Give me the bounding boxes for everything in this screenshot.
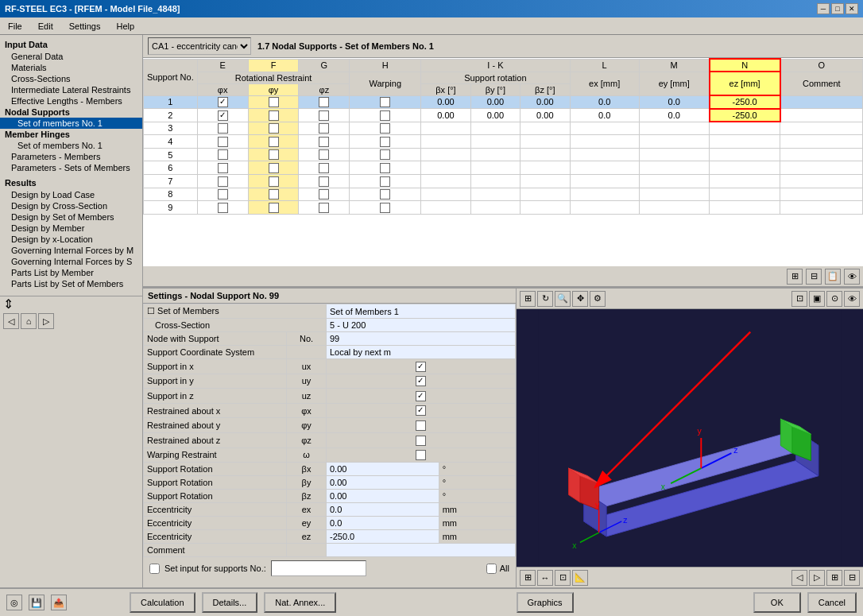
graphics-canvas[interactable]: z y x xyxy=(517,309,863,567)
set-input-field[interactable] xyxy=(271,560,366,576)
row-no: 8 xyxy=(144,188,198,201)
sidebar-item-parameters-sets[interactable]: Parameters - Sets of Members xyxy=(0,162,142,173)
footer-icon-2[interactable]: 💾 xyxy=(29,595,45,610)
restrained-x-checkbox[interactable] xyxy=(416,405,426,416)
row-phi-x xyxy=(197,95,248,109)
table-row[interactable]: 2 0.00 0.00 0.00 0.0 0.0 -250.0 xyxy=(144,109,863,122)
row-no: 1 xyxy=(144,95,198,109)
sidebar-item-parts-list-member[interactable]: Parts List by Member xyxy=(0,267,142,278)
set-input-checkbox[interactable] xyxy=(149,564,160,574)
sidebar-item-nodal-supports[interactable]: Nodal Supports xyxy=(0,107,142,118)
menu-edit[interactable]: Edit xyxy=(33,20,58,33)
sidebar-item-design-x-location[interactable]: Design by x-Location xyxy=(0,234,142,245)
table-btn-3[interactable]: 📋 xyxy=(825,269,841,285)
sidebar-item-materials[interactable]: Materials xyxy=(0,62,142,73)
cancel-button[interactable]: Cancel xyxy=(807,592,857,613)
table-row[interactable]: 5 xyxy=(144,148,863,161)
graphics-btn-7[interactable]: ▣ xyxy=(809,291,825,307)
graphics-btn-9[interactable]: 👁 xyxy=(844,291,860,307)
bottom-btn-3[interactable]: ⊡ xyxy=(555,570,571,586)
ca-dropdown[interactable]: CA1 - eccentricity cancelled xyxy=(148,37,251,55)
row-beta-y xyxy=(470,175,520,188)
sidebar-item-general-data[interactable]: General Data xyxy=(0,51,142,62)
graphics-btn-6[interactable]: ⊡ xyxy=(791,291,807,307)
graphics-btn-2[interactable]: ↻ xyxy=(537,291,553,307)
bottom-btn-6[interactable]: ▷ xyxy=(809,570,825,586)
sidebar-item-set-members-1a[interactable]: Set of members No. 1 xyxy=(0,118,142,129)
bottom-btn-2[interactable]: ↔ xyxy=(537,570,553,586)
sidebar-item-effective-lengths[interactable]: Effective Lengths - Members xyxy=(0,95,142,107)
row-ex xyxy=(570,188,639,201)
sidebar-item-governing-internal-s[interactable]: Governing Internal Forces by S xyxy=(0,256,142,267)
table-btn-4[interactable]: 👁 xyxy=(844,269,860,285)
sidebar-item-parameters-members[interactable]: Parameters - Members xyxy=(0,151,142,162)
menu-file[interactable]: File xyxy=(3,20,27,33)
warping-checkbox[interactable] xyxy=(416,450,426,460)
graphics-btn-5[interactable]: ⚙ xyxy=(590,291,606,307)
table-row[interactable]: 9 xyxy=(144,201,863,215)
table-row[interactable]: 3 xyxy=(144,122,863,135)
sidebar-item-set-members-1b[interactable]: Set of members No. 1 xyxy=(0,140,142,151)
table-row[interactable]: 8 xyxy=(144,188,863,201)
table-container[interactable]: Support No. E F G H I - K L M N O xyxy=(143,58,863,266)
details-button[interactable]: Details... xyxy=(202,592,258,613)
sidebar-item-parts-list-set[interactable]: Parts List by Set of Members xyxy=(0,278,142,289)
bottom-btn-1[interactable]: ⊞ xyxy=(520,570,536,586)
bottom-btn-5[interactable]: ◁ xyxy=(791,570,807,586)
ecc-x-value: 0.0 xyxy=(327,503,439,517)
rot-x-unit: ° xyxy=(439,463,515,476)
restrained-y-checkbox[interactable] xyxy=(416,420,426,431)
footer-icon-1[interactable]: ◎ xyxy=(6,595,22,610)
bottom-btn-8[interactable]: ⊟ xyxy=(844,570,860,586)
support-y-checkbox[interactable] xyxy=(416,376,426,386)
sidebar-back-button[interactable]: ◁ xyxy=(3,313,19,329)
3d-visualization: z y x xyxy=(517,309,863,567)
ok-button[interactable]: OK xyxy=(753,592,801,613)
support-x-symbol: ux xyxy=(287,359,327,374)
title-controls: ─ □ ✕ xyxy=(817,3,858,14)
sidebar-forward-button[interactable]: ▷ xyxy=(38,313,54,329)
sidebar-item-design-cross-section[interactable]: Design by Cross-Section xyxy=(0,200,142,211)
table-row[interactable]: 1 0.00 0.00 0.00 0.0 0.0 -250.0 xyxy=(144,95,863,109)
row-beta-y xyxy=(470,135,520,149)
row-no: 6 xyxy=(144,161,198,175)
sidebar-item-cross-sections[interactable]: Cross-Sections xyxy=(0,73,142,84)
table-row[interactable]: 4 xyxy=(144,135,863,149)
row-phi-x xyxy=(197,201,248,215)
set-of-members-expand[interactable]: ☐ xyxy=(147,306,155,316)
ecc-z-unit: mm xyxy=(439,530,515,544)
graphics-btn-8[interactable]: ⊙ xyxy=(826,291,842,307)
row-omega xyxy=(350,109,421,122)
table-row[interactable]: 6 xyxy=(144,161,863,175)
sidebar-item-member-hinges[interactable]: Member Hinges xyxy=(0,129,142,140)
maximize-button[interactable]: □ xyxy=(831,3,844,14)
graphics-btn-3[interactable]: 🔍 xyxy=(555,291,571,307)
row-omega xyxy=(350,122,421,135)
bottom-btn-4[interactable]: 📐 xyxy=(572,570,588,586)
support-x-checkbox[interactable] xyxy=(416,362,426,372)
table-btn-1[interactable]: ⊞ xyxy=(787,269,803,285)
support-z-checkbox[interactable] xyxy=(416,391,426,401)
bottom-btn-7[interactable]: ⊞ xyxy=(826,570,842,586)
menu-help[interactable]: Help xyxy=(111,20,139,33)
all-checkbox[interactable] xyxy=(486,564,497,574)
graphics-btn-1[interactable]: ⊞ xyxy=(520,291,536,307)
nat-annex-button[interactable]: Nat. Annex... xyxy=(264,592,336,613)
row-beta-y: 0.00 xyxy=(470,109,520,122)
sidebar-home-button[interactable]: ⌂ xyxy=(21,313,37,329)
table-row[interactable]: 7 xyxy=(144,175,863,188)
menu-settings[interactable]: Settings xyxy=(64,20,106,33)
sidebar-item-intermediate-lateral[interactable]: Intermediate Lateral Restraints xyxy=(0,84,142,95)
graphics-btn-4[interactable]: ✥ xyxy=(572,291,588,307)
graphics-button[interactable]: Graphics xyxy=(517,592,574,613)
sidebar-item-design-member[interactable]: Design by Member xyxy=(0,223,142,234)
minimize-button[interactable]: ─ xyxy=(817,3,830,14)
restrained-z-checkbox[interactable] xyxy=(416,436,426,446)
sidebar-item-design-load-case[interactable]: Design by Load Case xyxy=(0,189,142,200)
calculation-button[interactable]: Calculation xyxy=(130,592,195,613)
sidebar-item-governing-internal-m[interactable]: Governing Internal Forces by M xyxy=(0,245,142,256)
close-button[interactable]: ✕ xyxy=(846,3,858,14)
sidebar-item-design-set-members[interactable]: Design by Set of Members xyxy=(0,211,142,223)
footer-icon-3[interactable]: 📤 xyxy=(51,595,67,610)
table-btn-2[interactable]: ⊟ xyxy=(806,269,822,285)
